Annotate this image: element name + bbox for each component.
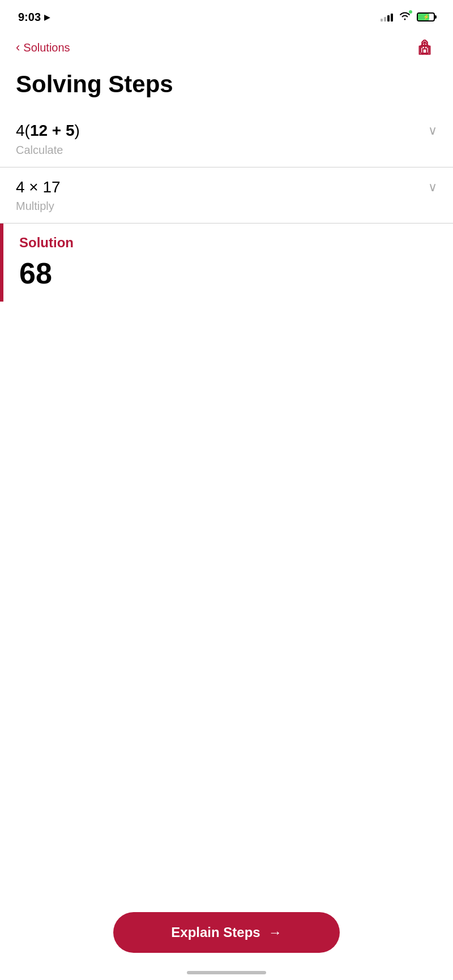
step-2-content: 4 × 17 Multiply bbox=[16, 178, 428, 213]
arrow-right-icon: → bbox=[268, 925, 282, 940]
back-button[interactable]: ‹ Solutions bbox=[16, 40, 70, 55]
status-bar: 9:03 ▶ ⚡ bbox=[0, 0, 453, 31]
battery-bolt: ⚡ bbox=[423, 14, 429, 20]
wifi-icon bbox=[399, 11, 411, 23]
steps-container: 4(12 + 5) Calculate ∨ 4 × 17 Multiply ∨ bbox=[0, 111, 453, 223]
battery-icon: ⚡ bbox=[417, 12, 435, 22]
time-display: 9:03 bbox=[18, 11, 41, 24]
step-1-paren-open: ( bbox=[25, 122, 30, 139]
home-indicator bbox=[187, 971, 266, 974]
step-1-content: 4(12 + 5) Calculate bbox=[16, 121, 428, 157]
solution-section: Solution 68 bbox=[0, 223, 453, 302]
step-1-paren-close: ) bbox=[75, 122, 80, 139]
step-2-label: Multiply bbox=[16, 200, 428, 213]
signal-bars-icon bbox=[381, 12, 393, 22]
share-button[interactable] bbox=[412, 35, 437, 60]
nav-bar: ‹ Solutions bbox=[0, 31, 453, 67]
back-label: Solutions bbox=[23, 41, 70, 54]
page-title: Solving Steps bbox=[0, 67, 453, 111]
solution-value: 68 bbox=[19, 259, 437, 288]
step-1-chevron-icon: ∨ bbox=[428, 123, 437, 138]
wifi-signal-dot bbox=[409, 10, 412, 14]
step-item-1[interactable]: 4(12 + 5) Calculate ∨ bbox=[0, 111, 453, 167]
step-1-bold: 12 + 5 bbox=[30, 122, 75, 139]
back-chevron-icon: ‹ bbox=[16, 40, 20, 55]
location-icon: ▶ bbox=[44, 13, 50, 22]
explain-steps-label: Explain Steps bbox=[171, 925, 260, 940]
explain-steps-button[interactable]: Explain Steps → bbox=[113, 912, 340, 953]
step-2-chevron-icon: ∨ bbox=[428, 180, 437, 195]
step-1-label: Calculate bbox=[16, 144, 428, 157]
step-item-2[interactable]: 4 × 17 Multiply ∨ bbox=[0, 167, 453, 224]
solution-label: Solution bbox=[19, 235, 437, 251]
status-icons: ⚡ bbox=[381, 11, 435, 23]
step-1-expression: 4(12 + 5) bbox=[16, 121, 428, 140]
status-time: 9:03 ▶ bbox=[18, 11, 50, 24]
step-2-expression: 4 × 17 bbox=[16, 178, 428, 197]
